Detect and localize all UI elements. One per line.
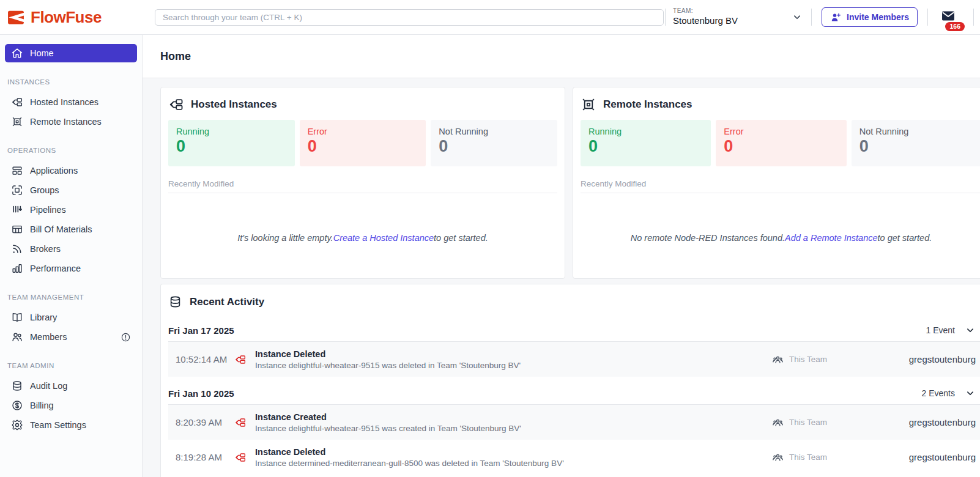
activity-date: Fri Jan 17 2025 — [168, 325, 926, 336]
empty-state: No remote Node-RED Instances found. Add … — [573, 193, 980, 282]
sidebar-item-label: Home — [30, 48, 54, 58]
remote-instances-icon — [11, 116, 23, 128]
sidebar-item-label: Hosted Instances — [30, 97, 98, 107]
sidebar-item-label: Audit Log — [30, 381, 67, 391]
stat-value: 0 — [308, 137, 418, 156]
event-time: 8:19:28 AM — [176, 452, 228, 462]
groups-icon — [11, 184, 23, 196]
team-settings-icon — [11, 419, 23, 431]
event-user: gregstoutenburg — [850, 354, 976, 364]
sidebar-item-label: Bill Of Materials — [30, 224, 92, 234]
invite-members-label: Invite Members — [847, 12, 909, 22]
card-header: Hosted Instances — [161, 87, 565, 119]
sidebar-item-members[interactable]: Members — [5, 328, 137, 346]
stat-label: Not Running — [859, 127, 974, 136]
page-header: Home — [143, 35, 980, 78]
team-selector[interactable]: TEAM: Stoutenburg BV — [673, 7, 803, 26]
team-label: TEAM: — [673, 7, 738, 15]
sidebar-item-label: Team Settings — [30, 420, 86, 430]
chevron-down-icon[interactable] — [965, 388, 976, 399]
members-icon — [11, 331, 23, 343]
sidebar-item-applications[interactable]: Applications — [5, 161, 137, 180]
card-title: Hosted Instances — [191, 98, 277, 111]
stat-label: Running — [588, 127, 703, 136]
sidebar-item-bill-of-materials[interactable]: Bill Of Materials — [5, 220, 137, 239]
stat-label: Not Running — [439, 127, 549, 136]
bill-of-materials-icon — [11, 223, 23, 235]
hosted-instances-icon — [168, 97, 184, 113]
sidebar-item-library[interactable]: Library — [5, 308, 137, 327]
recent-activity-panel: Recent Activity Fri Jan 17 20251 Event10… — [160, 284, 980, 477]
activity-group: Fri Jan 17 20251 Event10:52:14 AMInstanc… — [161, 320, 980, 377]
hosted-instances-icon — [234, 416, 248, 429]
search-input[interactable] — [155, 9, 664, 26]
alert-circle-icon — [121, 332, 131, 342]
home-icon — [11, 47, 23, 59]
notification-badge: 166 — [945, 22, 965, 32]
sidebar-item-label: Performance — [30, 264, 81, 273]
top-header: FlowFuse TEAM: Stoutenburg BV Invite Mem… — [0, 0, 980, 35]
event-title: Instance Deleted — [255, 349, 762, 359]
remote-instances-icon — [581, 97, 596, 113]
flowfuse-mark-icon — [7, 9, 25, 26]
audit-log-icon — [168, 295, 182, 309]
empty-text: to get started. — [434, 233, 488, 243]
flowfuse-logo[interactable]: FlowFuse — [0, 8, 143, 27]
activity-group-header: Fri Jan 10 20252 Events — [168, 383, 980, 405]
sidebar-item-performance[interactable]: Performance — [5, 259, 137, 278]
stat-label: Running — [176, 127, 287, 136]
sidebar-item-pipelines[interactable]: Pipelines — [5, 201, 137, 219]
pipelines-icon — [11, 204, 23, 216]
chevron-down-icon[interactable] — [965, 325, 976, 336]
sidebar-section-title: INSTANCES — [7, 78, 135, 86]
page-content: Hosted InstancesRunning0Error0Not Runnin… — [143, 78, 980, 477]
sidebar-item-label: Applications — [30, 166, 78, 176]
team-icon — [772, 416, 784, 428]
hosted-empty-state-link[interactable]: Create a Hosted Instance — [333, 233, 434, 243]
event-scope: This Team — [789, 418, 827, 427]
event-time: 8:20:39 AM — [176, 417, 228, 427]
sidebar-item-remote-instances[interactable]: Remote Instances — [5, 113, 137, 131]
sidebar: Home INSTANCESHosted InstancesRemote Ins… — [0, 35, 143, 477]
empty-text: It's looking a little empty. — [237, 233, 333, 243]
sidebar-item-audit-log[interactable]: Audit Log — [5, 377, 137, 395]
invite-members-button[interactable]: Invite Members — [822, 7, 918, 27]
activity-group: Fri Jan 10 20252 Events8:20:39 AMInstanc… — [161, 383, 980, 475]
sidebar-section-title: TEAM MANAGEMENT — [7, 294, 135, 301]
hosted-instances-icon — [234, 353, 248, 366]
chevron-down-icon[interactable] — [792, 12, 803, 23]
event-description: Instance delightful-wheatear-9515 was cr… — [255, 424, 762, 433]
billing-icon — [11, 399, 23, 412]
sidebar-item-label: Members — [30, 332, 67, 342]
stat-tile-not-running: Not Running0 — [431, 120, 557, 166]
recent-activity-header: Recent Activity — [161, 284, 980, 315]
page-title: Home — [160, 50, 191, 63]
sidebar-item-brokers[interactable]: Brokers — [5, 240, 137, 258]
stat-value: 0 — [859, 137, 974, 156]
sidebar-item-label: Billing — [30, 401, 54, 410]
activity-event-row: 8:20:39 AMInstance CreatedInstance delig… — [168, 405, 980, 440]
card-title: Remote Instances — [603, 98, 692, 111]
stat-tile-error: Error0 — [716, 120, 846, 166]
sidebar-item-home[interactable]: Home — [5, 44, 137, 62]
event-count: 2 Events — [922, 388, 955, 398]
sidebar-item-billing[interactable]: Billing — [5, 396, 137, 415]
card-header: Remote Instances — [573, 87, 980, 119]
stat-label: Error — [724, 127, 838, 136]
sidebar-item-label: Remote Instances — [30, 117, 102, 127]
sidebar-item-label: Library — [30, 312, 57, 322]
header-divider — [665, 9, 666, 26]
audit-log-icon — [11, 380, 23, 392]
notifications-button[interactable]: 166 — [939, 8, 957, 26]
sidebar-item-team-settings[interactable]: Team Settings — [5, 416, 137, 434]
stat-value: 0 — [588, 137, 703, 156]
sidebar-item-groups[interactable]: Groups — [5, 181, 137, 199]
event-user: gregstoutenburg — [850, 417, 976, 427]
team-name: Stoutenburg BV — [673, 15, 738, 27]
sidebar-section-title: TEAM ADMIN — [7, 362, 135, 369]
event-count: 1 Event — [926, 325, 955, 335]
remote-empty-state-link[interactable]: Add a Remote Instance — [785, 233, 878, 243]
main-area: Home Hosted InstancesRunning0Error0Not R… — [143, 35, 980, 477]
sidebar-item-hosted-instances[interactable]: Hosted Instances — [5, 93, 137, 111]
recent-activity-title: Recent Activity — [190, 296, 264, 308]
